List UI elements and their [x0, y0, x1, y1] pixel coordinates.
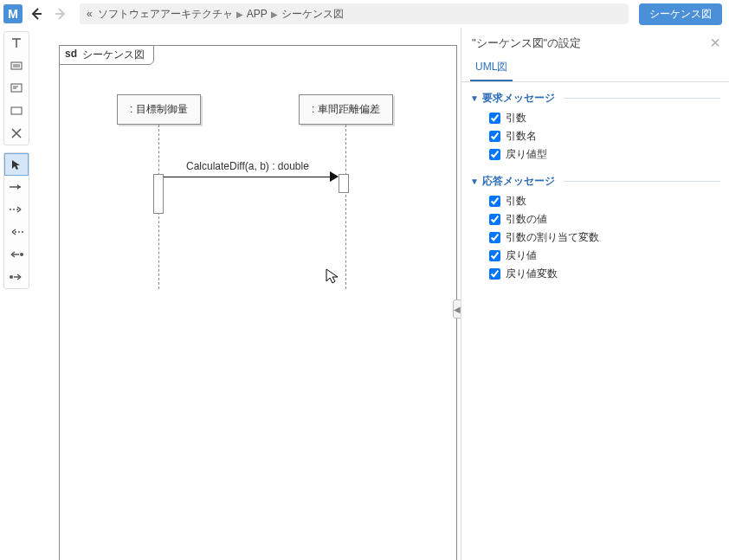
- message-label[interactable]: CalculateDiff(a, b) : double: [186, 160, 309, 172]
- lifeline[interactable]: : 目標制御量: [117, 94, 201, 125]
- tool-note[interactable]: [4, 55, 29, 77]
- check-row[interactable]: 引数名: [489, 127, 720, 145]
- check-label: 引数の値: [506, 212, 547, 227]
- frame-label: sd シーケンス図: [59, 45, 154, 65]
- tool-pointer[interactable]: [4, 153, 29, 176]
- message-arrow[interactable]: [164, 177, 337, 177]
- panel-title: "シーケンス図"の設定: [472, 35, 581, 51]
- tab-uml[interactable]: UML図: [470, 56, 513, 81]
- checkbox[interactable]: [489, 214, 500, 225]
- tool-found-message[interactable]: [4, 266, 29, 288]
- triangle-down-icon: ▼: [470, 177, 479, 186]
- check-label: 引数の割り当て変数: [506, 230, 599, 245]
- chevron-right-icon: ▶: [271, 10, 278, 19]
- tool-async-message[interactable]: [4, 198, 29, 221]
- app-icon[interactable]: M: [3, 4, 23, 23]
- svg-point-4: [10, 275, 13, 279]
- svg-point-3: [20, 253, 23, 256]
- checkbox[interactable]: [489, 250, 500, 261]
- diagram-type-button[interactable]: シーケンス図: [639, 3, 722, 25]
- activation-bar[interactable]: [339, 174, 349, 193]
- tool-destroy[interactable]: [4, 122, 29, 145]
- divider: [564, 181, 720, 182]
- panel-collapse-handle[interactable]: ◀: [453, 299, 461, 319]
- check-label: 引数: [506, 111, 526, 126]
- tool-comment[interactable]: [4, 77, 29, 100]
- svg-rect-2: [11, 107, 22, 114]
- breadcrumb-item[interactable]: シーケンス図: [281, 7, 344, 22]
- checkbox[interactable]: [489, 196, 500, 207]
- checkbox[interactable]: [489, 149, 500, 160]
- close-icon[interactable]: ×: [710, 33, 720, 53]
- check-row[interactable]: 戻り値変数: [489, 265, 720, 283]
- lifeline[interactable]: : 車間距離偏差: [299, 94, 393, 125]
- checkbox[interactable]: [489, 268, 500, 280]
- tool-palette: [0, 28, 33, 560]
- breadcrumb-item[interactable]: APP: [247, 8, 268, 20]
- section-title: 応答メッセージ: [482, 174, 555, 189]
- checkbox[interactable]: [489, 232, 500, 243]
- frame-prefix: sd: [65, 48, 77, 62]
- settings-panel: "シーケンス図"の設定 × UML図 ▼ 要求メッセージ 引数 引数名 戻り値型…: [461, 28, 729, 560]
- check-row[interactable]: 引数: [489, 109, 720, 127]
- nav-forward-icon: [50, 3, 71, 24]
- check-label: 戻り値型: [506, 147, 547, 162]
- tool-lost-message[interactable]: [4, 243, 29, 266]
- check-label: 引数: [506, 194, 526, 209]
- nav-back-icon[interactable]: [26, 3, 47, 24]
- triangle-down-icon: ▼: [470, 93, 479, 103]
- activation-bar[interactable]: [153, 174, 164, 214]
- check-row[interactable]: 引数: [489, 192, 720, 210]
- check-label: 引数名: [506, 129, 537, 144]
- cursor-icon: [325, 267, 340, 285]
- breadcrumb[interactable]: « ソフトウェアアーキテクチャ ▶ APP ▶ シーケンス図: [80, 3, 629, 24]
- svg-rect-0: [11, 62, 22, 69]
- sequence-frame[interactable]: sd シーケンス図 : 目標制御量 : 車間距離偏差 CalculateDiff…: [59, 45, 457, 560]
- tool-frame[interactable]: [4, 100, 29, 122]
- section-request-messages[interactable]: ▼ 要求メッセージ: [470, 87, 720, 109]
- tool-text-top[interactable]: [4, 32, 29, 55]
- check-row[interactable]: 戻り値: [489, 247, 720, 265]
- tool-sync-message[interactable]: [4, 176, 29, 198]
- divider: [564, 98, 720, 99]
- check-row[interactable]: 戻り値型: [489, 145, 720, 164]
- breadcrumb-prefix: «: [87, 8, 93, 20]
- frame-name: シーケンス図: [82, 48, 145, 62]
- tool-return-message[interactable]: [4, 221, 29, 243]
- checkbox[interactable]: [489, 131, 500, 142]
- section-title: 要求メッセージ: [482, 91, 555, 106]
- check-label: 戻り値変数: [506, 267, 558, 281]
- lifeline-head[interactable]: : 目標制御量: [117, 94, 201, 125]
- canvas[interactable]: sd シーケンス図 : 目標制御量 : 車間距離偏差 CalculateDiff…: [33, 28, 461, 560]
- check-row[interactable]: 引数の割り当て変数: [489, 229, 720, 247]
- check-row[interactable]: 引数の値: [489, 210, 720, 229]
- check-label: 戻り値: [506, 248, 537, 263]
- lifeline-head[interactable]: : 車間距離偏差: [299, 94, 393, 125]
- chevron-right-icon: ▶: [236, 10, 243, 19]
- checkbox[interactable]: [489, 113, 500, 124]
- breadcrumb-item[interactable]: ソフトウェアアーキテクチャ: [98, 7, 233, 22]
- section-response-messages[interactable]: ▼ 応答メッセージ: [470, 171, 720, 192]
- arrow-head-icon: [330, 171, 339, 182]
- lifeline-line: [345, 125, 346, 289]
